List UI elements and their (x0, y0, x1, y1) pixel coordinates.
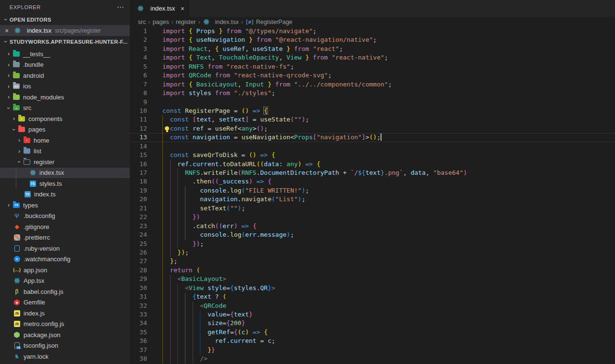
line-number[interactable]: 25 (130, 240, 147, 248)
line-number[interactable]: 35 (130, 328, 147, 337)
line-number[interactable]: 4 (130, 53, 147, 62)
breadcrumb-item-index-tsx[interactable]: index.tsx (202, 18, 238, 26)
code-line[interactable]: 38 /> (130, 354, 615, 363)
code-line[interactable]: 14 (130, 142, 615, 151)
tree-item--tests-[interactable]: ›__tests__ (0, 49, 130, 60)
line-number[interactable]: 21 (130, 204, 147, 213)
code-line[interactable]: 12 const ref = useRef<any>(); (130, 124, 615, 133)
line-number[interactable]: 5 (130, 62, 147, 71)
tree-item-android[interactable]: ›android (0, 70, 130, 81)
project-section-header[interactable]: › STUDYWORKS.APP.TREASURE-HUNTER-F... (0, 36, 130, 47)
line-number[interactable]: 37 (130, 346, 147, 354)
code-line[interactable]: 9 (130, 98, 615, 107)
tree-item--watchmanconfig[interactable]: ×.watchmanconfig (0, 254, 130, 265)
open-editors-header[interactable]: › OPEN EDITORS (0, 14, 130, 25)
code-line[interactable]: 23 .catch((err) => { (130, 222, 615, 231)
code-line[interactable]: 31 {text ? ( (130, 292, 615, 301)
tree-item-app-json[interactable]: {…}app.json (0, 265, 130, 276)
code-line[interactable]: 36 ref.current = c; (130, 337, 615, 345)
line-number[interactable]: 3 (130, 45, 147, 53)
tree-item-index-js[interactable]: JSindex.js (0, 308, 130, 319)
code-line[interactable]: 30 <View style={styles.QR}> (130, 284, 615, 292)
line-number[interactable]: 28 (130, 266, 147, 275)
tree-item--ruby-version[interactable]: .ruby-version (0, 243, 130, 254)
tree-item--buckconfig[interactable]: Ψ.buckconfig (0, 211, 130, 222)
breadcrumb-item-registerpage[interactable]: [∅]RegisterPage (246, 19, 293, 25)
open-editor-item[interactable]: × index.tsx src/pages/register (0, 25, 130, 36)
line-number[interactable]: 1 (130, 27, 147, 36)
tree-item--gitignore[interactable]: ◆.gitignore (0, 221, 130, 232)
line-number[interactable]: 2 (130, 36, 147, 44)
code-line[interactable]: 8import styles from "./styles"; (130, 89, 615, 97)
code-line[interactable]: 1import { Props } from "@/types/navigate… (130, 27, 615, 36)
code-line[interactable]: 5import RNFS from "react-native-fs"; (130, 62, 615, 71)
line-number[interactable]: 17 (130, 169, 147, 177)
code-line[interactable]: 10const RegisterPage = () => { (130, 107, 615, 115)
line-number[interactable]: 16 (130, 160, 147, 169)
code-line[interactable]: 20 navigation.navigate("List"); (130, 195, 615, 204)
tree-item-pages[interactable]: ›pages (0, 124, 130, 135)
line-number[interactable]: 8 (130, 89, 147, 97)
line-number[interactable]: 14 (130, 142, 147, 151)
code-line[interactable]: 33 value={text} (130, 310, 615, 319)
tree-item-yarn-lock[interactable]: ♞yarn.lock (0, 351, 130, 362)
line-number[interactable]: 29 (130, 275, 147, 283)
code-line[interactable]: 35 getRef={(c) => { (130, 328, 615, 337)
tree-item-list[interactable]: ›list (0, 146, 130, 157)
code-line[interactable]: 19 console.log("FILE WRITTEN!"); (130, 186, 615, 195)
code-line[interactable]: 18 .then((_success) => { (130, 177, 615, 186)
code-line[interactable]: 2import { useNavigation } from "@react-n… (130, 36, 615, 44)
line-number[interactable]: 20 (130, 195, 147, 204)
code-line[interactable]: 26 }); (130, 248, 615, 257)
tab-index-tsx[interactable]: index.tsx × (130, 0, 189, 17)
code-line[interactable]: 29 <BasicLayout> (130, 275, 615, 283)
code-line[interactable]: 11 const [text, setText] = useState(""); (130, 115, 615, 124)
tree-item-tsconfig-json[interactable]: TStsconfig.json (0, 340, 130, 352)
tree-item-styles-ts[interactable]: TSstyles.ts (0, 178, 130, 189)
code-editor[interactable]: 1import { Props } from "@/types/navigate… (130, 27, 615, 364)
breadcrumb-item-register[interactable]: register (176, 19, 196, 25)
line-number[interactable]: 27 (130, 257, 147, 266)
tree-item-components[interactable]: ›+components (0, 113, 130, 124)
tree-item--prettierrc[interactable]: .prettierrc (0, 232, 130, 243)
breadcrumb-item-src[interactable]: src (138, 19, 146, 25)
line-number[interactable]: 19 (130, 186, 147, 195)
code-line[interactable]: 32 <QRCode (130, 302, 615, 310)
tree-item-index-ts[interactable]: TSindex.ts (0, 189, 130, 200)
line-number[interactable]: 15 (130, 151, 147, 159)
code-line[interactable]: 25 }); (130, 240, 615, 248)
tree-item-src[interactable]: ›‹›src (0, 103, 130, 114)
line-number[interactable]: 36 (130, 337, 147, 345)
tree-item--bundle[interactable]: ›.bundle (0, 60, 130, 71)
tree-item-register[interactable]: ›register (0, 157, 130, 168)
code-line[interactable]: 24 console.log(err.message); (130, 231, 615, 239)
lightbulb-icon[interactable] (165, 126, 169, 131)
line-number[interactable]: 6 (130, 71, 147, 80)
code-line[interactable]: 28 return ( (130, 266, 615, 275)
tree-item-metro-config-js[interactable]: JSmetro.config.js (0, 319, 130, 330)
code-line[interactable]: 17 RNFS.writeFile(RNFS.DocumentDirectory… (130, 169, 615, 177)
more-actions-icon[interactable]: ⋯ (117, 3, 124, 12)
code-line[interactable]: 6import QRCode from "react-native-qrcode… (130, 71, 615, 80)
line-number[interactable]: 18 (130, 177, 147, 186)
line-number[interactable]: 12 (130, 124, 147, 133)
code-line[interactable]: 37 }} (130, 346, 615, 354)
code-line[interactable]: 16 ref.current.toDataURL((data: any) => … (130, 160, 615, 169)
tree-item-gemfile[interactable]: ◆Gemfile (0, 297, 130, 308)
line-number[interactable]: 26 (130, 248, 147, 257)
tree-item-app-tsx[interactable]: App.tsx (0, 276, 130, 287)
code-line[interactable]: 22 }) (130, 213, 615, 221)
line-number[interactable]: 10 (130, 107, 147, 115)
line-number[interactable]: 24 (130, 231, 147, 239)
code-line[interactable]: 15 const saveQrToDisk = () => { (130, 151, 615, 159)
code-line[interactable]: 21 setText(""); (130, 204, 615, 213)
line-number[interactable]: 38 (130, 354, 147, 363)
line-number[interactable]: 9 (130, 98, 147, 107)
close-icon[interactable]: × (5, 27, 13, 35)
close-icon[interactable]: × (181, 5, 184, 12)
code-line[interactable]: 3import React, { useRef, useState } from… (130, 45, 615, 53)
tree-item-home[interactable]: ›⌂home (0, 135, 130, 146)
breadcrumb-item-pages[interactable]: pages (153, 19, 169, 25)
tree-item-types[interactable]: ›TStypes (0, 200, 130, 211)
line-number[interactable]: 23 (130, 222, 147, 231)
